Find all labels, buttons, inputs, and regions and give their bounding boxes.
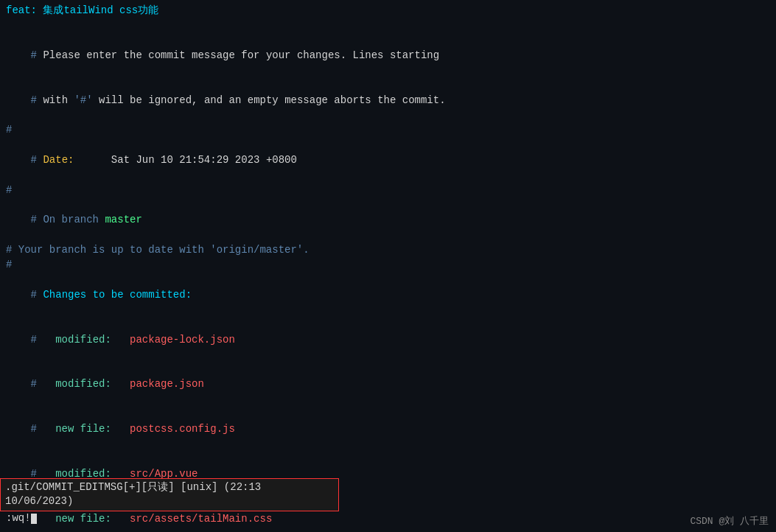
blank-comment-2: # xyxy=(6,257,770,272)
terminal: feat: 集成tailWind css功能 # Please enter th… xyxy=(0,0,776,532)
cmd-text: :wq! xyxy=(6,512,31,524)
comment-line-2: # with '#' will be ignored, and an empty… xyxy=(6,77,770,122)
file-line-1: # modified: package-lock.json xyxy=(6,317,770,362)
blank-line-1 xyxy=(6,18,770,32)
watermark: CSDN @刘 八千里 xyxy=(690,514,769,528)
changes-line: # Changes to be committed: xyxy=(6,272,770,317)
blank-comment-1: # xyxy=(6,183,770,197)
branch-line: # On branch master xyxy=(6,197,770,242)
status-bar: .git/COMMIT_EDITMSG[+][只读] [unix] (22:13… xyxy=(0,478,339,511)
date-line: # Date: Sat Jun 10 21:54:29 2023 +0800 xyxy=(6,138,770,183)
title-line: feat: 集成tailWind css功能 xyxy=(6,3,770,18)
uptodate-line: # Your branch is up to date with 'origin… xyxy=(6,242,770,257)
file-line-3: # new file: postcss.config.js xyxy=(6,407,770,452)
file-line-2: # modified: package.json xyxy=(6,362,770,407)
comment-line-1: # Please enter the commit message for yo… xyxy=(6,33,770,78)
command-line[interactable]: :wq! xyxy=(0,510,43,528)
comment-line-3: # xyxy=(6,122,770,137)
cursor xyxy=(31,514,37,524)
